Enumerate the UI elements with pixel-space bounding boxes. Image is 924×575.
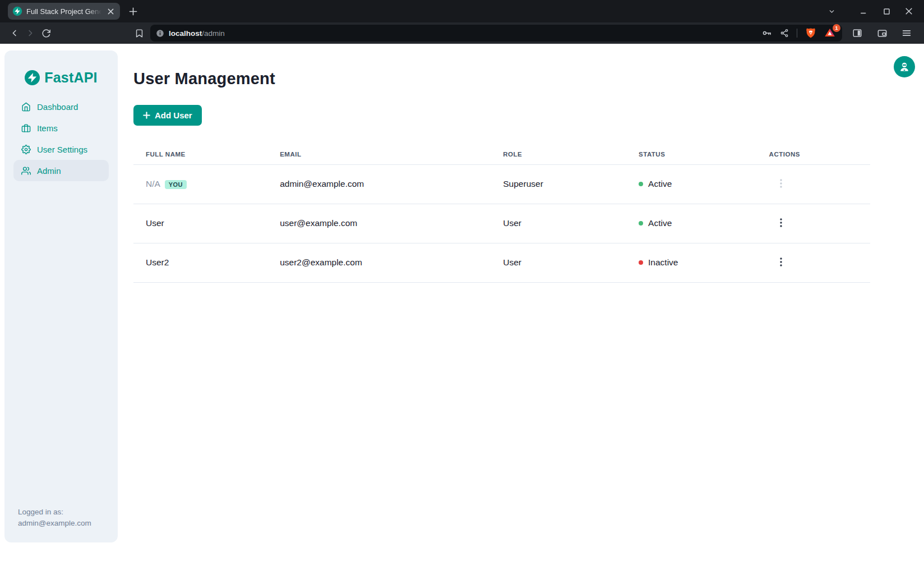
cell-actions <box>757 243 870 282</box>
full-name-value: N/A <box>146 179 160 188</box>
site-info-icon[interactable] <box>156 29 164 38</box>
new-tab-button[interactable] <box>126 4 140 19</box>
close-window-button[interactable] <box>902 4 916 19</box>
brave-rewards-icon[interactable]: 1 <box>824 27 837 39</box>
sidebar-item-label: Admin <box>37 166 61 176</box>
fastapi-favicon-icon <box>12 6 22 16</box>
logged-in-email: admin@example.com <box>18 518 109 529</box>
cell-email: user@example.com <box>267 204 491 243</box>
status-dot <box>639 221 643 226</box>
row-actions-menu-icon <box>773 176 789 192</box>
table-row: User user@example.com User Active <box>133 204 870 243</box>
briefcase-icon <box>21 123 31 133</box>
plus-icon <box>143 112 150 119</box>
sidebar-item-admin[interactable]: Admin <box>13 160 109 181</box>
app-logo: FastAPI <box>4 70 118 86</box>
users-table: FULL NAME EMAIL ROLE STATUS ACTIONS N/AY… <box>133 144 870 283</box>
cell-actions <box>757 164 870 204</box>
reload-button[interactable] <box>38 25 54 41</box>
share-icon[interactable] <box>780 29 789 38</box>
cell-status: Inactive <box>626 243 757 282</box>
sidebar-toggle-icon[interactable] <box>850 26 865 40</box>
logged-in-info: Logged in as: admin@example.com <box>4 507 118 542</box>
sidebar-nav: Dashboard Items User Settings <box>4 96 118 181</box>
url-text: localhost/admin <box>169 29 762 38</box>
sidebar-item-user-settings[interactable]: User Settings <box>13 139 109 160</box>
menu-hamburger-icon[interactable] <box>899 26 914 40</box>
status-label: Active <box>648 179 672 189</box>
user-menu-avatar-button[interactable] <box>894 56 915 77</box>
forward-button <box>22 25 38 41</box>
table-header-row: FULL NAME EMAIL ROLE STATUS ACTIONS <box>133 144 870 164</box>
sidebar-item-label: User Settings <box>37 145 87 154</box>
col-header-status: STATUS <box>626 144 757 164</box>
browser-titlebar: Full Stack Project Genera <box>0 0 924 22</box>
browser-window: Full Stack Project Genera <box>0 0 924 575</box>
bookmark-icon[interactable] <box>131 25 147 41</box>
toolbar-separator <box>797 29 797 38</box>
back-button[interactable] <box>7 25 22 41</box>
status-dot <box>639 182 643 186</box>
cell-status: Active <box>626 204 757 243</box>
app-sidebar: FastAPI Dashboard Items <box>4 50 118 542</box>
url-host: localhost <box>169 29 202 38</box>
app-logo-text: FastAPI <box>44 70 97 86</box>
wallet-icon[interactable] <box>875 26 889 40</box>
cell-role: User <box>491 243 626 282</box>
cell-role: User <box>491 204 626 243</box>
rewards-badge: 1 <box>833 24 840 32</box>
cell-full-name: N/AYOU <box>133 164 267 204</box>
tab-title: Full Stack Project Genera <box>26 7 101 16</box>
status-dot <box>639 260 643 265</box>
cell-email: user2@example.com <box>267 243 491 282</box>
browser-toolbar: localhost/admin 1 <box>0 22 924 44</box>
maximize-button[interactable] <box>879 4 894 19</box>
user-astronaut-icon <box>898 61 911 73</box>
browser-tab[interactable]: Full Stack Project Genera <box>8 3 120 20</box>
you-badge: YOU <box>165 180 187 189</box>
tab-close-icon[interactable] <box>105 6 116 16</box>
main-content: User Management Add User FULL NAME EMAIL… <box>133 44 870 283</box>
page-title: User Management <box>133 70 870 88</box>
row-actions-menu-icon[interactable] <box>773 255 789 271</box>
users-icon <box>21 166 31 176</box>
url-path: /admin <box>202 29 225 38</box>
add-user-label: Add User <box>155 111 192 120</box>
fastapi-logo-icon <box>25 70 40 85</box>
brave-shield-icon[interactable] <box>805 27 816 39</box>
cell-email: admin@example.com <box>267 164 491 204</box>
status-label: Inactive <box>648 257 678 268</box>
table-row: N/AYOU admin@example.com Superuser Activ… <box>133 164 870 204</box>
password-key-icon[interactable] <box>762 28 772 38</box>
status-label: Active <box>648 218 672 228</box>
cell-actions <box>757 204 870 243</box>
gear-icon <box>21 145 31 154</box>
cell-status: Active <box>626 164 757 204</box>
add-user-button[interactable]: Add User <box>133 105 202 126</box>
tab-search-chevron-icon[interactable] <box>824 4 839 19</box>
sidebar-item-label: Items <box>37 123 58 133</box>
address-bar[interactable]: localhost/admin 1 <box>150 25 842 42</box>
row-actions-menu-icon[interactable] <box>773 215 789 232</box>
cell-role: Superuser <box>491 164 626 204</box>
minimize-button[interactable] <box>857 4 871 19</box>
cell-full-name: User2 <box>133 243 267 282</box>
table-row: User2 user2@example.com User Inactive <box>133 243 870 282</box>
col-header-full-name: FULL NAME <box>133 144 267 164</box>
page-content: FastAPI Dashboard Items <box>0 44 924 575</box>
logged-in-label: Logged in as: <box>18 507 109 518</box>
sidebar-item-label: Dashboard <box>37 102 78 112</box>
sidebar-item-dashboard[interactable]: Dashboard <box>13 96 109 117</box>
col-header-actions: ACTIONS <box>757 144 870 164</box>
cell-full-name: User <box>133 204 267 243</box>
home-icon <box>21 102 31 112</box>
sidebar-item-items[interactable]: Items <box>13 117 109 139</box>
col-header-email: EMAIL <box>267 144 491 164</box>
col-header-role: ROLE <box>491 144 626 164</box>
